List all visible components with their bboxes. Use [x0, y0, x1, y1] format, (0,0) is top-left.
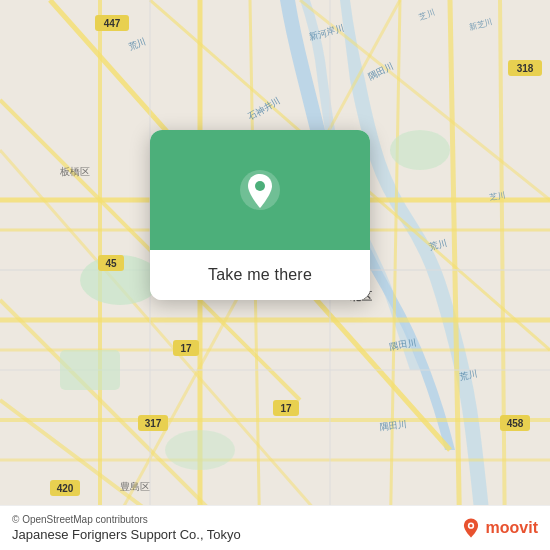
moovit-pin-icon	[460, 517, 482, 539]
bottom-bar: © OpenStreetMap contributors Japanese Fo…	[0, 505, 550, 550]
take-me-there-button[interactable]: Take me there	[150, 250, 370, 300]
svg-text:板橋区: 板橋区	[59, 166, 90, 177]
location-label: Japanese Forigners Support Co., Tokyo	[12, 527, 241, 542]
svg-point-28	[165, 430, 235, 470]
svg-point-26	[390, 130, 450, 170]
map-container: 447 318 45 17 17 317 420 458 板橋区 北区 豊島区 …	[0, 0, 550, 550]
svg-text:317: 317	[145, 418, 162, 429]
svg-text:45: 45	[105, 258, 117, 269]
svg-point-62	[469, 524, 472, 527]
moovit-brand-text: moovit	[486, 519, 538, 537]
location-card: Take me there	[150, 130, 370, 300]
moovit-logo: moovit	[460, 517, 538, 539]
svg-rect-27	[60, 350, 120, 390]
svg-text:17: 17	[180, 343, 192, 354]
svg-text:458: 458	[507, 418, 524, 429]
svg-point-60	[255, 181, 265, 191]
svg-text:447: 447	[104, 18, 121, 29]
svg-text:318: 318	[517, 63, 534, 74]
svg-text:豊島区: 豊島区	[120, 481, 150, 492]
location-pin-icon	[238, 168, 282, 212]
svg-text:420: 420	[57, 483, 74, 494]
map-attribution: © OpenStreetMap contributors	[12, 514, 241, 525]
svg-text:17: 17	[280, 403, 292, 414]
card-header	[150, 130, 370, 250]
